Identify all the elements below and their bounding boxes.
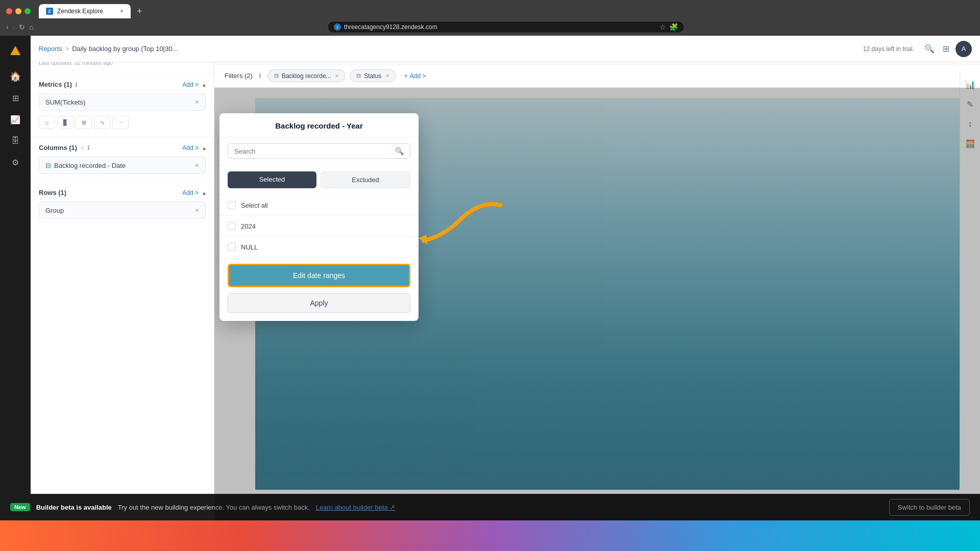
metric-remove-icon[interactable]: × [195,98,199,106]
user-initial: A [962,45,966,53]
star-icon[interactable]: ☆ [659,23,666,31]
modal-title: Backlog recorded - Year [275,121,362,130]
sidebar-item-database[interactable]: 🗄 [5,131,26,151]
apply-button[interactable]: Apply [228,293,410,313]
columns-info-icon: ○ [80,144,84,152]
metric-label: SUM(Tickets) [45,98,85,106]
sidebar-item-analytics[interactable]: 📈 [5,109,26,130]
select-all-checkbox[interactable] [228,201,236,209]
filter2-icon: ⊟ [356,72,361,79]
modal-search-section: 🔍 [219,137,419,165]
back-button[interactable]: ‹ [6,23,9,31]
browser-chrome: Z Zendesk Explore × + ‹ › ↻ ⌂ Z threecat… [0,0,980,36]
breadcrumb-current-page: Daily backlog by group (Top 10|30... [72,45,178,53]
item-null-label: NULL [241,243,258,251]
search-nav-icon[interactable]: 🔍 [922,42,937,56]
column-label: Backlog recorded - Date [54,162,126,169]
column-filter-icon: ⊟ [45,162,51,169]
app-container: 🏠 ⊞ 📈 🗄 ⚙ g 8 Dataset Support: Backlog h… [0,36,980,520]
filter1-icon: ⊟ [274,72,279,79]
new-tab-button[interactable]: + [133,6,146,17]
row-label: Group [45,207,64,214]
forward-button[interactable]: › [13,23,15,31]
search-input[interactable] [234,147,391,155]
filters-label: Filters (2) [225,72,253,80]
viz-icon-bar[interactable]: ▊ [57,116,74,129]
column-remove-icon[interactable]: × [195,161,199,169]
trial-text: 12 days left in trial. [863,45,914,53]
rows-title: Rows (1) [39,189,66,196]
metrics-info-icon: ℹ [75,81,78,88]
list-item-2024[interactable]: 2024 [219,216,419,237]
sidebar-item-home[interactable]: 🏠 [5,66,26,87]
list-item-null[interactable]: NULL [219,237,419,258]
sidebar-item-logo[interactable] [5,41,26,61]
metrics-add-button[interactable]: Add > [182,81,199,88]
add-filter-label: Add > [410,72,426,80]
select-all-item[interactable]: Select all [219,195,419,216]
arrow-annotation [408,195,510,258]
modal-header: Backlog recorded - Year [219,113,419,137]
svg-marker-0 [10,46,20,55]
viz-icon-table[interactable]: ⊞ [76,116,92,129]
filter1-tag[interactable]: ⊟ Backlog recorde... × [267,69,346,82]
metric-item: SUM(Tickets) × [39,93,206,111]
gradient-footer [0,520,980,551]
minimize-control[interactable] [15,8,21,14]
extension-icon[interactable]: 🧩 [669,23,678,31]
tab-selected[interactable]: Selected [228,171,316,188]
sidebar-item-settings[interactable]: ⚙ [5,152,26,172]
filters-info-icon: ℹ [259,72,261,80]
metrics-title: Metrics (1) [39,81,72,88]
maximize-control[interactable] [24,8,31,14]
row-remove-icon[interactable]: × [195,206,199,214]
search-icon: 🔍 [395,147,404,155]
url-text: threecatagency9128.zendesk.com [344,23,437,31]
viz-icon-more[interactable]: ⋯ [112,116,129,129]
edit-date-ranges-button[interactable]: Edit date ranges [228,264,410,287]
filter2-label: Status [364,72,381,80]
tab-excluded[interactable]: Excluded [321,171,410,188]
metrics-section: Metrics (1) ℹ Add > ▴ SUM(Tickets) × ○ ▊… [31,73,214,137]
browser-tab[interactable]: Z Zendesk Explore × [39,4,131,18]
main-content: ☆ Daily backlog by group (Top 10|30 days… [214,36,980,520]
columns-add-button[interactable]: Add > [182,144,199,152]
item-2024-checkbox[interactable] [228,222,236,230]
breadcrumb-separator: > [65,45,69,53]
address-bar[interactable]: Z threecatagency9128.zendesk.com ☆ 🧩 [327,21,684,33]
svg-marker-1 [419,235,428,245]
item-null-checkbox[interactable] [228,243,236,251]
chart-container: 15 Jul 24 Columns: 1 Rows: 1 Backlog rec… [214,88,980,520]
rows-add-button[interactable]: Add > [182,189,199,196]
top-nav: Reports > Daily backlog by group (Top 10… [31,36,980,62]
add-icon: + [404,72,408,80]
search-input-wrapper: 🔍 [228,143,410,159]
breadcrumb: Reports > Daily backlog by group (Top 10… [39,45,859,53]
tab-title: Zendesk Explore [57,8,103,15]
beta-text-bold: Builder beta is available [36,504,112,511]
breadcrumb-reports-link[interactable]: Reports [39,45,62,53]
add-filter-button[interactable]: + Add > [400,70,430,82]
home-button[interactable]: ⌂ [29,23,33,31]
rows-collapse-icon[interactable]: ▴ [203,189,206,196]
viz-icon-circle[interactable]: ○ [39,116,55,129]
modal-tabs: Selected Excluded [219,165,419,194]
modal-overlay: Backlog recorded - Year 🔍 Selected Exclu… [214,88,980,520]
address-favicon: Z [334,23,341,31]
rows-section: Rows (1) Add > ▴ Group × [31,182,214,226]
metrics-collapse-icon[interactable]: ▴ [203,81,206,88]
columns-collapse-icon[interactable]: ▴ [203,144,206,152]
user-avatar[interactable]: A [955,41,972,57]
refresh-button[interactable]: ↻ [19,23,25,31]
close-icon[interactable]: × [120,8,124,15]
row-item: Group × [39,202,206,219]
sidebar-item-dashboard[interactable]: ⊞ [5,88,26,108]
filter2-tag[interactable]: ⊟ Status × [350,69,396,82]
viz-icon-line[interactable]: ∿ [94,116,110,129]
filter1-remove-icon[interactable]: × [335,72,339,80]
close-control[interactable] [6,8,12,14]
filter2-remove-icon[interactable]: × [385,72,389,80]
grid-nav-icon[interactable]: ⊞ [941,42,951,56]
columns-section: Columns (1) ○ ℹ Add > ▴ ⊟ Backlog record… [31,137,214,182]
modal-list: Select all 2024 NULL [219,194,419,258]
